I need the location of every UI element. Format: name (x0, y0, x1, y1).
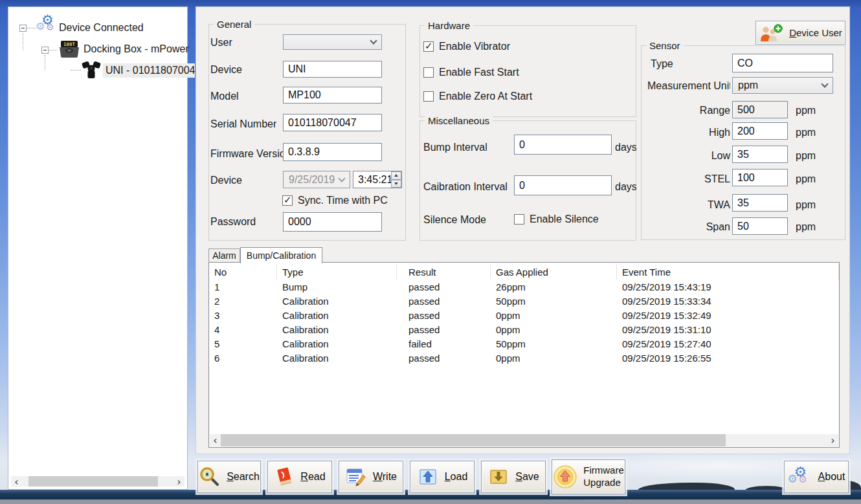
about-button[interactable]: ⚙ ⚙ ⚙ About (784, 461, 849, 493)
tree-collapse-toggle-root[interactable] (19, 25, 27, 32)
table-hscrollbar[interactable]: ‹ › (210, 434, 838, 446)
load-button[interactable]: Load (410, 461, 475, 493)
sensor-span-input[interactable] (732, 217, 788, 235)
password-input[interactable] (283, 212, 382, 232)
tree-connector (49, 50, 57, 50)
app-window: ⚙ ⚙ ⚙ Device Connected 100T Docking Box … (0, 0, 861, 504)
miscellaneous-group-title: Miscellaneous (425, 115, 493, 126)
sensor-twa-label: TWA (671, 199, 730, 211)
gears-icon: ⚙ ⚙ ⚙ (36, 14, 59, 36)
enable-zero-at-start-checkbox[interactable]: Enable Zero At Start (423, 91, 532, 102)
device-input[interactable] (283, 61, 382, 78)
calibration-interval-input[interactable] (514, 175, 612, 195)
model-label: Model (210, 91, 239, 102)
search-button[interactable]: Search (197, 461, 261, 493)
sensor-high-label: High (671, 127, 730, 138)
about-gears-icon: ⚙ ⚙ ⚙ (788, 465, 812, 488)
sensor-stel-input[interactable] (732, 169, 788, 186)
hardware-group-title: Hardware (425, 20, 473, 31)
about-button-label: About (818, 471, 845, 483)
scroll-left-arrow[interactable]: ‹ (11, 476, 22, 487)
measurement-unit-dropdown[interactable]: ppm (732, 77, 833, 94)
table-row[interactable]: 2 Calibration passed 50ppm 09/25/2019 15… (209, 294, 839, 308)
spinner-down-button[interactable] (391, 180, 401, 188)
sensor-span-unit: ppm (796, 221, 816, 233)
checkbox-label: Enable Vibrator (439, 41, 510, 52)
table-cell: 0ppm (491, 308, 617, 322)
table-cell: 0ppm (491, 351, 617, 365)
table-cell: Bump (277, 279, 397, 294)
tab-alarm[interactable]: Alarm (208, 248, 240, 263)
sensor-range-unit: ppm (796, 105, 816, 116)
column-header-gas-applied[interactable]: Gas Applied (491, 264, 617, 279)
table-row[interactable]: 5 Calibration failed 50ppm 09/25/2019 15… (209, 336, 839, 351)
sensor-range-label: Range (671, 105, 730, 116)
enable-silence-checkbox[interactable]: Enable Silence (514, 214, 599, 225)
table-cell: passed (397, 351, 491, 365)
table-cell: failed (397, 336, 491, 351)
write-button[interactable]: Write (339, 461, 403, 493)
table-cell: 50ppm (491, 294, 617, 308)
scrollbar-track[interactable] (221, 434, 827, 446)
sensor-high-input[interactable] (732, 122, 788, 140)
serial-number-label: Serial Number (210, 118, 276, 130)
table-row[interactable]: 3 Calibration passed 0ppm 09/25/2019 15:… (209, 308, 839, 322)
column-header-result[interactable]: Result (397, 264, 491, 279)
sensor-twa-unit: ppm (796, 199, 816, 211)
scrollbar-track[interactable] (22, 476, 173, 487)
enable-fast-start-checkbox[interactable]: Enable Fast Start (423, 67, 519, 78)
tree-item-uni-device[interactable]: UNI - 010118070047 (103, 63, 195, 78)
firmware-version-input[interactable] (283, 143, 382, 161)
scroll-right-arrow[interactable]: › (827, 434, 838, 446)
measurement-unit-label: Measurement Unit (647, 80, 730, 92)
bump-interval-input[interactable] (514, 135, 612, 155)
save-button[interactable]: Save (481, 461, 546, 493)
tree-item-docking-box[interactable]: Docking Box - mPower (84, 43, 189, 55)
bump-interval-label: Bump Interval (423, 142, 487, 153)
tab-bump-calibration[interactable]: Bump/Calibration (240, 247, 322, 263)
device-user-button[interactable]: Device User (755, 21, 845, 45)
password-label: Password (210, 216, 256, 228)
tree-item-device-connected[interactable]: Device Connected (59, 22, 144, 34)
bump-interval-unit: days (615, 142, 636, 153)
column-header-no[interactable]: No (209, 264, 277, 279)
column-header-type[interactable]: Type (277, 264, 397, 279)
spinner-up-button[interactable] (391, 171, 401, 180)
serial-number-input[interactable] (283, 114, 382, 131)
device-user-icon (759, 24, 785, 42)
scrollbar-thumb[interactable] (221, 434, 726, 446)
table-cell: Calibration (277, 336, 397, 351)
tree-hscrollbar[interactable]: ‹ › (11, 476, 184, 487)
scroll-right-arrow[interactable]: › (173, 476, 184, 487)
table-cell: 3 (209, 308, 277, 322)
tree-connector (23, 33, 23, 50)
column-header-event-time[interactable]: Event Time (617, 264, 839, 279)
device-date-picker[interactable]: 9/25/2019 (283, 171, 350, 188)
sensor-low-input[interactable] (732, 146, 788, 163)
svg-text:100T: 100T (63, 41, 76, 47)
checkbox-box (282, 195, 293, 206)
scrollbar-thumb[interactable] (28, 476, 158, 487)
read-button[interactable]: Read (267, 461, 332, 493)
table-cell: 09/25/2019 15:31:10 (617, 322, 839, 336)
tree-connector (71, 70, 81, 71)
firmware-upgrade-button[interactable]: Firmware Upgrade (552, 459, 625, 494)
checkbox-label: Enable Fast Start (439, 67, 519, 78)
checkbox-box (514, 214, 524, 225)
table-row[interactable]: 4 Calibration passed 0ppm 09/25/2019 15:… (209, 322, 839, 336)
user-dropdown[interactable] (283, 34, 382, 50)
sensor-twa-input[interactable] (732, 194, 788, 212)
enable-vibrator-checkbox[interactable]: Enable Vibrator (423, 41, 510, 52)
table-row[interactable]: 6 Calibration passed 0ppm 09/25/2019 15:… (209, 351, 839, 365)
chevron-down-icon (821, 80, 828, 87)
sensor-type-input[interactable] (732, 54, 833, 72)
table-cell: 09/25/2019 15:43:19 (617, 279, 839, 294)
model-input[interactable] (283, 87, 382, 104)
scroll-left-arrow[interactable]: ‹ (210, 434, 221, 446)
sync-time-checkbox[interactable]: Sync. Time with PC (282, 195, 388, 206)
sensor-range-input[interactable] (732, 101, 788, 118)
search-button-label: Search (227, 471, 260, 483)
measurement-unit-value: ppm (738, 80, 758, 91)
tree-collapse-toggle-dock[interactable] (41, 47, 49, 54)
table-row[interactable]: 1 Bump passed 26ppm 09/25/2019 15:43:19 (209, 279, 839, 294)
